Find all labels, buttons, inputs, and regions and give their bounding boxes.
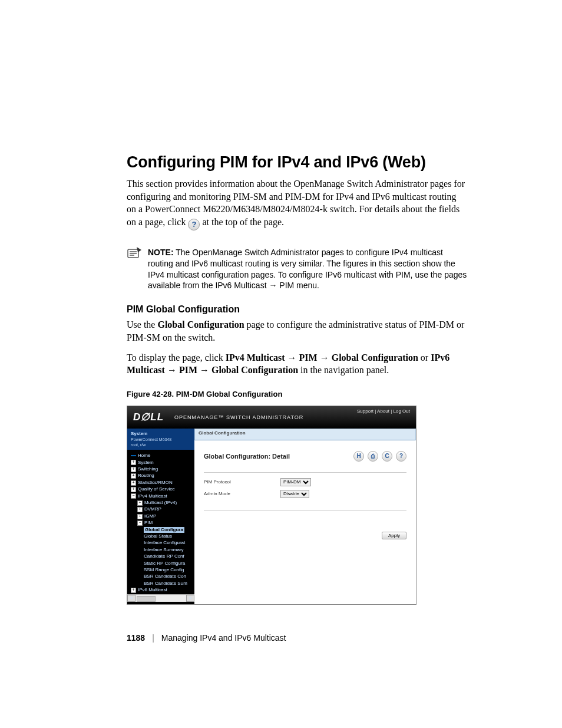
paragraph-1: Use the Global Configuration page to con… [127,318,468,344]
app-title: OPENMANAGE™ SWITCH ADMINISTRATOR [174,414,303,420]
active-tab[interactable]: Global Configuration [194,429,416,440]
apply-button[interactable]: Apply [382,532,406,539]
tree-switching[interactable]: +Switching [131,466,194,473]
tree-candidate-rp[interactable]: Candidate RP Conf [131,554,194,560]
tree-qos[interactable]: +Quality of Service [131,486,194,493]
divider [204,510,406,511]
sidebar: System PowerConnect M6348 root, r/w Home… [127,429,194,604]
tree-multicast-ipv4[interactable]: +Multicast (IPv4) [131,500,194,506]
detail-header: Global Configuration: Detail [204,453,290,460]
scroll-left-icon[interactable]: < [127,595,135,602]
tree-bsr-cand-conf[interactable]: BSR Candidate Con [131,574,194,580]
tree-interface-summary[interactable]: Interface Summary [131,547,194,554]
help-icon: ? [188,219,200,230]
tree-system[interactable]: +System [131,460,194,466]
page-number: 1188 [127,633,145,643]
scroll-right-icon[interactable]: > [186,595,194,602]
row-admin-mode: Admin Mode Disable [204,488,406,500]
intro-text-2: at the top of the page. [202,217,284,227]
embedded-screenshot: D∅LL OPENMANAGE™ SWITCH ADMINISTRATOR Su… [127,406,416,605]
top-links[interactable]: Support | About | Log Out [357,409,410,414]
paragraph-2: To display the page, click IPv4 Multicas… [127,351,468,377]
divider [204,472,406,473]
tree-interface-config[interactable]: Interface Configurat [131,540,194,546]
intro-text-1: This section provides information about … [127,179,465,227]
main-panel: Global Configuration Global Configuratio… [194,429,416,604]
page-footer: 1188 | Managing IPv4 and IPv6 Multicast [127,633,468,643]
pim-protocol-label: PIM Protocol [204,479,280,485]
tree-ssm-range[interactable]: SSM Range Config [131,567,194,574]
tree-igmp[interactable]: +IGMP [131,513,194,520]
note-body: The OpenManage Switch Administrator page… [148,248,467,291]
figure-caption: Figure 42-28. PIM-DM Global Configuratio… [127,390,468,398]
admin-mode-select[interactable]: Disable [280,490,309,498]
tree-static-rp[interactable]: Static RP Configura [131,561,194,567]
tree-bsr-cand-sum[interactable]: BSR Candidate Sum [131,581,194,587]
tree-dvmrp[interactable]: +DVMRP [131,506,194,513]
page-heading: Configuring PIM for IPv4 and IPv6 (Web) [127,153,468,172]
tree-ipv4-multicast[interactable]: −IPv4 Multicast [131,493,194,500]
ss-topbar: D∅LL OPENMANAGE™ SWITCH ADMINISTRATOR Su… [127,406,416,429]
chapter-title: Managing IPv4 and IPv6 Multicast [161,633,286,643]
save-icon[interactable]: H [353,451,364,462]
print-icon[interactable]: ⎙ [368,451,378,462]
tree-global-config[interactable]: Global Configura [131,527,194,533]
tree-ipv6-multicast[interactable]: +IPv6 Multicast [131,587,194,594]
intro-paragraph: This section provides information about … [127,177,468,230]
tree-global-status[interactable]: Global Status [131,533,194,540]
section-subheading: PIM Global Configuration [127,304,468,315]
nav-tree: Home +System +Switching +Routing +Statis… [127,450,194,594]
note-block: NOTE: The OpenManage Switch Administrato… [127,247,468,292]
sidebar-hscroll[interactable]: < > [127,594,194,602]
admin-mode-label: Admin Mode [204,491,280,496]
row-pim-protocol: PIM Protocol PIM-DM [204,476,406,488]
tree-routing[interactable]: +Routing [131,473,194,479]
sidebar-system-header: System PowerConnect M6348 root, r/w [127,429,194,450]
pim-protocol-select[interactable]: PIM-DM [280,478,311,486]
dell-logo: D∅LL [133,411,164,423]
help-icon[interactable]: ? [396,451,406,462]
note-icon [127,247,142,259]
tree-home[interactable]: Home [131,453,194,459]
tree-stats[interactable]: +Statistics/RMON [131,480,194,486]
note-label: NOTE: [148,248,174,257]
tree-pim[interactable]: −PIM [131,520,194,526]
refresh-icon[interactable]: C [382,451,392,462]
